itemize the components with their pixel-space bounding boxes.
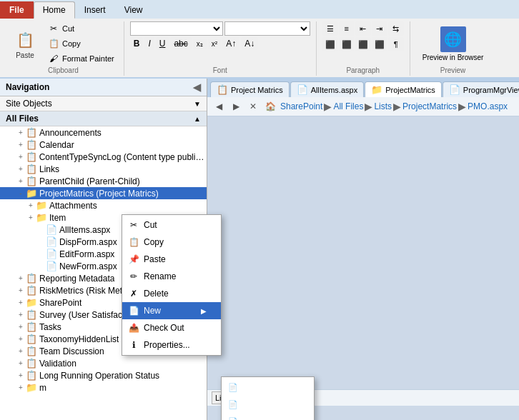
ctx-copy-icon: 📋 <box>128 236 139 248</box>
tree-item-announcements[interactable]: + 📋 Announcements <box>0 126 207 139</box>
addr-projectmatrics[interactable]: ProjectMatrics <box>402 101 457 111</box>
ctx-paste-icon: 📌 <box>128 254 139 265</box>
nav-header-label: Navigation <box>6 82 49 92</box>
submenu: 📄 HTML 📄 ASPX 📄 CSS 📁 Folder <box>221 376 315 420</box>
bold-button[interactable]: B <box>130 37 144 50</box>
format-painter-button[interactable]: 🖌 Format Painter <box>44 51 118 66</box>
paragraph-button[interactable]: ¶ <box>388 37 404 51</box>
ctx-checkout[interactable]: 📤 Check Out <box>122 319 221 336</box>
increase-indent-button[interactable]: ⇥ <box>372 21 387 36</box>
copy-button[interactable]: 📋 Copy <box>44 36 118 51</box>
main-area: Navigation ◀ Site Objects ▼ All Files ▲ … <box>0 79 519 420</box>
ctx-delete-icon: ✗ <box>128 288 139 299</box>
font-group: B I U abc x₂ x² A↑ A↓ Font <box>124 21 317 76</box>
preview-group-label: Preview <box>410 66 496 74</box>
ctx-rename[interactable]: ✏ Rename <box>122 268 221 285</box>
address-bar: ◀ ▶ ✕ 🏠 SharePoint ▶ All Files ▶ Lists ▶… <box>207 97 519 116</box>
italic-button[interactable]: I <box>144 37 154 50</box>
submenu-html[interactable]: 📄 HTML <box>222 379 314 396</box>
tab-programmgr-icon: 📄 <box>449 84 460 95</box>
submenu-html-icon: 📄 <box>227 381 239 393</box>
underline-button[interactable]: U <box>156 37 169 50</box>
nav-collapse-button[interactable]: ◀ <box>193 81 201 93</box>
tab-insert[interactable]: Insert <box>75 1 115 19</box>
align-right-button[interactable]: ⬛ <box>355 37 371 51</box>
ribbon: File Home Insert View 📋 Paste ✂ Cut 📋 <box>0 0 519 79</box>
justify-button[interactable]: ⬛ <box>372 37 387 51</box>
ctx-paste[interactable]: 📌 Paste <box>122 251 221 268</box>
cut-button[interactable]: ✂ Cut <box>44 21 118 36</box>
ul-button[interactable]: ☰ <box>322 21 338 36</box>
tab-home[interactable]: Home <box>34 1 75 19</box>
preview-browser-icon <box>440 26 466 52</box>
ctx-properties-icon: ℹ <box>128 339 139 351</box>
tree-item-calendar[interactable]: + 📋 Calendar <box>0 139 207 151</box>
tree-item-longrunning[interactable]: + 📋 Long Running Operation Status <box>0 369 207 381</box>
preview-group: Preview in Browser Preview <box>410 21 496 76</box>
font-group-label: Font <box>124 66 316 74</box>
submenu-aspx-icon: 📄 <box>227 399 239 410</box>
ribbon-tabs: File Home Insert View <box>0 0 519 19</box>
ctx-properties[interactable]: ℹ Properties... <box>122 336 221 354</box>
submenu-css[interactable]: 📄 CSS <box>222 413 314 420</box>
tab-allitems[interactable]: 📄 AllItems.aspx <box>290 81 364 97</box>
fontsize-down-button[interactable]: A↓ <box>241 37 258 50</box>
addr-sharepoint[interactable]: SharePoint <box>280 101 322 111</box>
strikethrough-button[interactable]: abc <box>170 37 191 50</box>
tab-projectmatrics[interactable]: 📋 Project Matrics <box>210 81 290 97</box>
paragraph-group: ☰ ≡ ⇤ ⇥ ⇆ ⬛ ⬛ ⬛ ⬛ ¶ Paragraph <box>317 21 410 76</box>
rtl-button[interactable]: ⇆ <box>388 21 404 36</box>
tree-item-m[interactable]: + 📁 m <box>0 381 207 394</box>
tree-item-projectmatrics[interactable]: - 📁 ProjectMatrics (Project Matrics) <box>0 187 207 199</box>
addr-allfiles[interactable]: All Files <box>333 101 363 111</box>
tab-view[interactable]: View <box>115 1 152 19</box>
nav-home-button[interactable]: 🏠 <box>263 99 277 114</box>
nav-stop-button[interactable]: ✕ <box>246 99 260 114</box>
fontsize-up-button[interactable]: A↑ <box>222 37 239 50</box>
ctx-cut[interactable]: ✂ Cut <box>122 216 221 234</box>
clipboard-group: 📋 Paste ✂ Cut 📋 Copy 🖌 Format Painter <box>3 21 124 76</box>
align-left-button[interactable]: ⬛ <box>322 37 338 51</box>
tab-programmgr[interactable]: 📄 ProgramMgrView <box>443 81 519 97</box>
addr-pmo[interactable]: PMO.aspx <box>468 101 508 111</box>
ctx-checkout-icon: 📤 <box>128 322 139 334</box>
tree-item-links[interactable]: + 📋 Links <box>0 163 207 175</box>
submenu-css-icon: 📄 <box>227 416 239 420</box>
decrease-indent-button[interactable]: ⇤ <box>355 21 371 36</box>
clipboard-group-label: Clipboard <box>3 66 124 74</box>
tree-item-parentchild[interactable]: + 📋 ParentChild (Parent-Child) <box>0 175 207 187</box>
paste-button[interactable]: 📋 Paste <box>9 26 41 61</box>
ribbon-content: 📋 Paste ✂ Cut 📋 Copy 🖌 Format Painter <box>0 19 519 79</box>
all-files-arrow[interactable]: ▲ <box>194 115 201 123</box>
tab-projectmatrics2-icon: 📁 <box>371 84 382 95</box>
submenu-arrow: ▶ <box>201 307 207 315</box>
ctx-new-icon: 📄 <box>128 305 139 316</box>
copy-icon: 📋 <box>48 38 59 49</box>
tree-item-attachments[interactable]: + 📁 Attachments <box>0 199 207 211</box>
nav-section-arrow[interactable]: ▼ <box>194 100 201 108</box>
all-files-label: All Files <box>6 114 39 124</box>
tab-allitems-icon: 📄 <box>297 84 308 95</box>
cut-icon: ✂ <box>48 23 59 34</box>
ol-button[interactable]: ≡ <box>339 21 355 36</box>
font-name-select[interactable] <box>130 21 223 36</box>
ctx-copy[interactable]: 📋 Copy <box>122 234 221 251</box>
addr-lists[interactable]: Lists <box>374 101 392 111</box>
tree-item-contenttypesynclog[interactable]: + 📋 ContentTypeSyncLog (Content type pub… <box>0 151 207 163</box>
subscript-button[interactable]: x₂ <box>193 39 207 49</box>
ctx-new[interactable]: 📄 New ▶ 📄 HTML 📄 ASPX 📄 CSS <box>122 302 221 319</box>
superscript-button[interactable]: x² <box>208 39 221 49</box>
align-center-button[interactable]: ⬛ <box>339 37 355 51</box>
nav-forward-button[interactable]: ▶ <box>229 99 243 114</box>
site-objects-label: Site Objects <box>6 99 52 109</box>
font-size-select[interactable] <box>224 21 310 36</box>
tree-item-validation[interactable]: + 📋 Validation <box>0 357 207 369</box>
ctx-delete[interactable]: ✗ Delete <box>122 285 221 302</box>
all-files-header: All Files ▲ <box>0 111 207 126</box>
submenu-aspx[interactable]: 📄 ASPX <box>222 396 314 413</box>
tab-projectmatrics2[interactable]: 📁 ProjectMatrics <box>365 81 442 97</box>
nav-back-button[interactable]: ◀ <box>212 99 226 114</box>
preview-browser-button[interactable]: Preview in Browser <box>416 24 490 64</box>
tab-file[interactable]: File <box>0 1 34 19</box>
ctx-rename-icon: ✏ <box>128 271 139 282</box>
